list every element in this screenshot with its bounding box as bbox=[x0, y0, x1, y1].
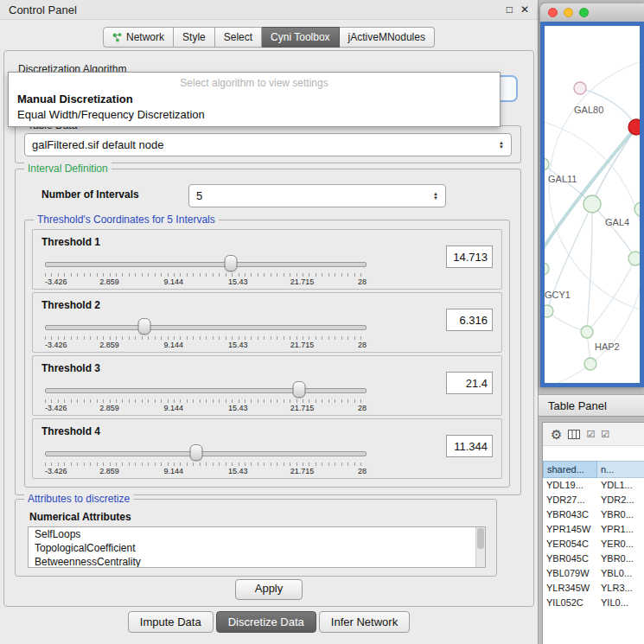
node-red-selected bbox=[628, 119, 640, 135]
columns-icon[interactable] bbox=[568, 430, 580, 439]
combobox-arrows-icon: ▲▼ bbox=[494, 141, 504, 150]
select-column-checkbox-icon[interactable]: ☑ bbox=[601, 430, 609, 439]
tab-style[interactable]: Style bbox=[174, 27, 215, 48]
scrollbar-thumb[interactable] bbox=[477, 528, 484, 549]
float-window-icon[interactable]: □ bbox=[507, 3, 513, 16]
table-toolbar: ⚙ ☑ ☑ bbox=[543, 423, 644, 446]
table-row[interactable]: YDL19...YDL1... bbox=[543, 478, 644, 493]
table-row[interactable]: YLR345WYLR3... bbox=[543, 581, 644, 596]
node-label: GAL4 bbox=[605, 217, 629, 227]
slider-tick-labels: -3.426 2.859 9.144 15.43 21.715 28 bbox=[45, 277, 367, 286]
tab-cyni-toolbox[interactable]: Cyni Toolbox bbox=[262, 27, 339, 48]
slider-tick-labels: -3.426 2.859 9.144 15.43 21.715 28 bbox=[45, 341, 367, 349]
node-label: GAL11 bbox=[548, 174, 577, 184]
close-traffic-light-icon[interactable] bbox=[548, 8, 558, 17]
slider-tick-labels: -3.426 2.859 9.144 15.43 21.715 28 bbox=[45, 467, 367, 475]
minimize-traffic-light-icon[interactable] bbox=[564, 8, 573, 17]
slider-track[interactable] bbox=[45, 325, 367, 330]
network-window-titlebar[interactable] bbox=[540, 3, 644, 22]
list-item[interactable]: SelfLoops bbox=[29, 527, 485, 541]
node-label: GCY1 bbox=[545, 290, 571, 300]
attributes-group: Attributes to discretize Numerical Attri… bbox=[15, 499, 497, 577]
table-row[interactable]: YER054CYER0... bbox=[543, 537, 644, 552]
list-item[interactable]: TopologicalCoefficient bbox=[29, 541, 485, 555]
threshold-1-slider[interactable]: -3.426 2.859 9.144 15.43 21.715 28 bbox=[45, 252, 367, 285]
node bbox=[581, 326, 593, 338]
slider-thumb[interactable] bbox=[292, 381, 305, 398]
table-row[interactable]: YBR045CYBR0... bbox=[543, 552, 644, 566]
slider-track[interactable] bbox=[45, 388, 367, 393]
slider-ticks bbox=[45, 462, 367, 466]
numerical-attributes-label: Numerical Attributes bbox=[29, 511, 131, 523]
node bbox=[545, 263, 549, 275]
tab-select[interactable]: Select bbox=[215, 27, 262, 48]
network-view-window: GAL80 GAL11 GAL4 GCY1 HAP2 bbox=[540, 3, 644, 387]
network-icon bbox=[112, 33, 122, 42]
tab-select-label: Select bbox=[224, 31, 252, 43]
algorithm-placeholder-option[interactable]: Select algorithm to view settings bbox=[9, 74, 500, 91]
threshold-3-value-field[interactable]: 21.4 bbox=[446, 372, 493, 394]
slider-track[interactable] bbox=[45, 262, 367, 267]
tab-infer-network[interactable]: Infer Network bbox=[319, 611, 410, 633]
tab-network[interactable]: Network bbox=[103, 27, 174, 48]
network-canvas[interactable]: GAL80 GAL11 GAL4 GCY1 HAP2 bbox=[540, 22, 644, 387]
node bbox=[634, 202, 640, 216]
algorithm-option-manual[interactable]: Manual Discretization bbox=[9, 91, 500, 106]
threshold-3-label: Threshold 3 bbox=[41, 362, 100, 374]
zoom-traffic-light-icon[interactable] bbox=[579, 8, 589, 17]
close-icon[interactable]: ✕ bbox=[520, 3, 529, 16]
list-item[interactable]: BetweennessCentrality bbox=[29, 555, 485, 568]
table-row[interactable]: YBR043CYBR0... bbox=[543, 507, 644, 522]
gear-icon[interactable]: ⚙ bbox=[551, 428, 562, 441]
threshold-2-value-field[interactable]: 6.316 bbox=[446, 309, 493, 331]
slider-thumb[interactable] bbox=[138, 318, 151, 335]
table-row[interactable]: YDR27...YDR2... bbox=[543, 493, 644, 507]
tab-jactivemodules[interactable]: jActiveMNodules bbox=[340, 27, 435, 48]
slider-thumb[interactable] bbox=[189, 444, 202, 461]
node bbox=[583, 195, 601, 213]
tab-impute-data[interactable]: Impute Data bbox=[128, 611, 214, 633]
apply-button[interactable]: Apply bbox=[235, 579, 303, 600]
algorithm-option-equal-width[interactable]: Equal Width/Frequency Discretization bbox=[9, 106, 500, 122]
table-data-selected-value: galFiltered.sif default node bbox=[32, 138, 163, 151]
threshold-1-label: Threshold 1 bbox=[41, 236, 100, 248]
table-panel-title: Table Panel bbox=[548, 399, 607, 412]
threshold-2-label: Threshold 2 bbox=[41, 299, 100, 311]
cyni-bottom-tabs: Impute Data Discretize Data Infer Networ… bbox=[0, 611, 538, 633]
slider-thumb[interactable] bbox=[224, 255, 237, 271]
interval-definition-group: Interval Definition Number of Intervals … bbox=[15, 169, 521, 495]
table-panel-window: ⚙ ☑ ☑ shared... n... YDL19...YDL1... YDR… bbox=[542, 422, 644, 644]
slider-ticks bbox=[45, 336, 367, 340]
number-of-intervals-combobox[interactable]: 5 ▲▼ bbox=[188, 184, 446, 207]
threshold-4-slider[interactable]: -3.426 2.859 9.144 15.43 21.715 28 bbox=[45, 442, 367, 475]
control-panel-title: Control Panel bbox=[9, 3, 499, 16]
table-data-combobox[interactable]: galFiltered.sif default node ▲▼ bbox=[24, 133, 512, 156]
slider-ticks bbox=[45, 273, 367, 277]
table-data-group: Table Data galFiltered.sif default node … bbox=[15, 125, 521, 163]
slider-tick-labels: -3.426 2.859 9.144 15.43 21.715 28 bbox=[45, 404, 367, 412]
node-label: HAP2 bbox=[595, 341, 620, 352]
select-all-checkbox-icon[interactable]: ☑ bbox=[586, 430, 595, 439]
threshold-4-panel: Threshold 4 -3.426 2.859 9.144 15.43 21.… bbox=[32, 418, 502, 479]
node bbox=[584, 358, 596, 370]
table-row[interactable]: YIL052CYIL0... bbox=[543, 596, 644, 610]
column-header-name[interactable]: n... bbox=[597, 461, 644, 478]
attributes-group-title: Attributes to discretize bbox=[24, 493, 133, 505]
table-row[interactable]: YPR145WYPR1... bbox=[543, 522, 644, 537]
threshold-2-panel: Threshold 2 -3.426 2.859 9.144 15.43 21.… bbox=[32, 292, 502, 353]
column-header-shared-name[interactable]: shared... bbox=[543, 461, 597, 478]
threshold-1-value-field[interactable]: 14.713 bbox=[446, 245, 493, 268]
node-label: GAL80 bbox=[574, 105, 603, 115]
thresholds-group-title: Threshold's Coordinates for 5 Intervals bbox=[34, 214, 219, 226]
threshold-2-slider[interactable]: -3.426 2.859 9.144 15.43 21.715 28 bbox=[45, 316, 367, 348]
network-graph: GAL80 GAL11 GAL4 GCY1 HAP2 bbox=[545, 26, 640, 387]
spinner-arrows-icon: ▲▼ bbox=[428, 192, 438, 201]
table-row[interactable]: YBL079WYBL0... bbox=[543, 566, 644, 581]
vertical-scrollbar[interactable] bbox=[475, 527, 485, 567]
cyni-toolbox-panel: Discretization Algorithm Select algorith… bbox=[3, 50, 534, 607]
threshold-4-value-field[interactable]: 11.344 bbox=[446, 435, 493, 457]
slider-track[interactable] bbox=[45, 451, 367, 456]
tab-discretize-data[interactable]: Discretize Data bbox=[216, 611, 316, 633]
attributes-list[interactable]: SelfLoops TopologicalCoefficient Between… bbox=[28, 526, 486, 568]
threshold-3-slider[interactable]: -3.426 2.859 9.144 15.43 21.715 28 bbox=[45, 379, 367, 411]
